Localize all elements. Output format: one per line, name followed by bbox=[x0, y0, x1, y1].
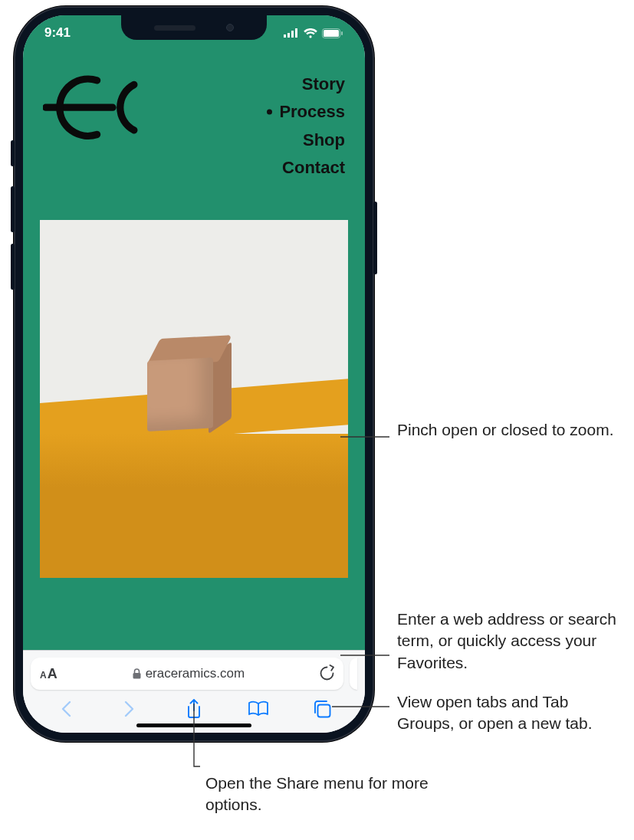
hero-image-wrap bbox=[23, 182, 365, 578]
home-indicator[interactable] bbox=[136, 724, 251, 727]
chevron-right-icon bbox=[124, 701, 135, 717]
reload-icon bbox=[320, 664, 334, 681]
nav-item-process[interactable]: Process bbox=[279, 98, 345, 126]
safari-chrome: A A eraceramics.com bbox=[23, 650, 365, 733]
share-button[interactable] bbox=[177, 696, 211, 722]
share-icon bbox=[186, 699, 202, 719]
screen: 9:41 Story Process bbox=[23, 15, 365, 733]
svg-rect-5 bbox=[324, 30, 339, 37]
site-logo-icon bbox=[43, 67, 143, 152]
shelf-front bbox=[40, 434, 348, 578]
volume-down bbox=[11, 244, 15, 290]
back-button[interactable] bbox=[49, 696, 83, 722]
tabs-icon bbox=[313, 700, 331, 718]
chevron-left-icon bbox=[61, 701, 71, 717]
svg-rect-2 bbox=[291, 31, 294, 38]
battery-icon bbox=[322, 28, 343, 38]
status-icons bbox=[284, 28, 343, 38]
callout-tabs: View open tabs and Tab Groups, or open a… bbox=[397, 691, 627, 735]
notch bbox=[121, 15, 267, 40]
svg-rect-8 bbox=[133, 673, 140, 679]
aa-small: A bbox=[40, 670, 47, 681]
callout-share: Open the Share menu for more options. bbox=[205, 773, 435, 816]
mute-switch bbox=[11, 140, 15, 166]
svg-rect-1 bbox=[287, 33, 290, 38]
svg-rect-10 bbox=[318, 705, 330, 717]
clay-block bbox=[147, 346, 232, 435]
front-camera bbox=[226, 24, 234, 31]
callout-address: Enter a web address or search term, or q… bbox=[397, 609, 627, 674]
book-icon bbox=[248, 701, 269, 717]
site-header: Story Process Shop Contact bbox=[23, 58, 365, 182]
nav-item-contact[interactable]: Contact bbox=[279, 154, 345, 182]
site-nav: Story Process Shop Contact bbox=[279, 67, 345, 182]
address-text: eraceramics.com bbox=[146, 666, 245, 681]
wifi-icon bbox=[304, 28, 317, 38]
address-bar[interactable]: A A eraceramics.com bbox=[31, 658, 343, 690]
svg-rect-3 bbox=[295, 28, 297, 38]
speaker bbox=[154, 25, 195, 31]
next-tab-peek[interactable] bbox=[350, 658, 357, 690]
nav-item-shop[interactable]: Shop bbox=[279, 126, 345, 154]
forward-button[interactable] bbox=[113, 696, 146, 722]
lock-icon bbox=[133, 668, 141, 679]
status-time: 9:41 bbox=[44, 25, 71, 41]
aa-big: A bbox=[48, 666, 57, 682]
power-button bbox=[373, 202, 377, 274]
callout-zoom: Pinch open or closed to zoom. bbox=[397, 419, 614, 441]
reload-button[interactable] bbox=[320, 664, 334, 684]
tabs-button[interactable] bbox=[305, 696, 339, 722]
cellular-icon bbox=[284, 28, 299, 38]
volume-up bbox=[11, 186, 15, 232]
hero-image[interactable] bbox=[40, 220, 348, 578]
address-display[interactable]: eraceramics.com bbox=[57, 666, 320, 681]
svg-rect-6 bbox=[341, 31, 343, 35]
webpage-content[interactable]: Story Process Shop Contact bbox=[23, 15, 365, 650]
page-settings-button[interactable]: A A bbox=[40, 666, 57, 682]
address-bar-row: A A eraceramics.com bbox=[23, 651, 365, 690]
nav-item-story[interactable]: Story bbox=[279, 71, 345, 98]
svg-rect-0 bbox=[284, 34, 286, 38]
iphone-frame: 9:41 Story Process bbox=[14, 6, 374, 742]
bookmarks-button[interactable] bbox=[241, 696, 275, 722]
